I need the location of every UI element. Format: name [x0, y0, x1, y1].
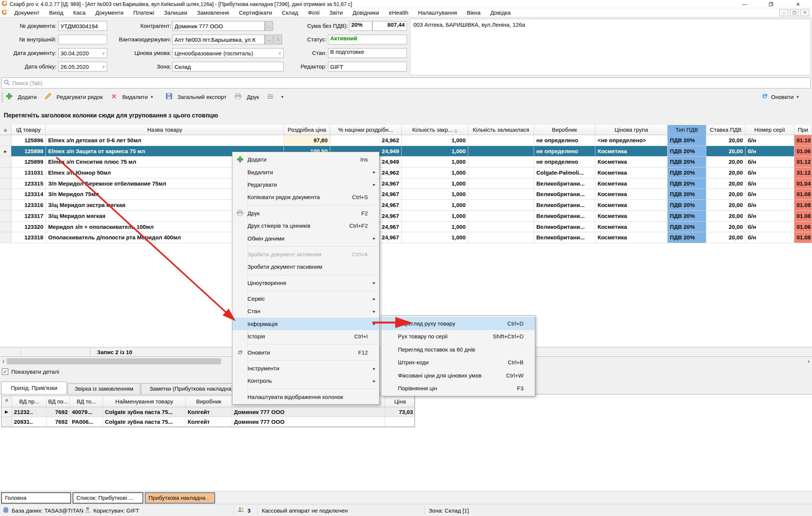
column-header-5[interactable]: Кількість залишилася	[468, 125, 534, 135]
grid-cell[interactable]	[468, 222, 534, 232]
grid-cell[interactable]: Великобритани...	[534, 178, 595, 189]
column-header-4[interactable]: Кількість закр...△	[402, 125, 468, 135]
grid-cell[interactable]: 20,00	[706, 157, 745, 167]
menubar-item-13[interactable]: Налаштування	[413, 8, 462, 17]
consignee-input[interactable]	[172, 35, 265, 44]
internal-number-input[interactable]	[58, 35, 107, 44]
grid-cell[interactable]: 20,00	[706, 189, 745, 199]
grid-cell[interactable]: б/н	[745, 157, 794, 167]
menubar-item-5[interactable]: Залишки	[159, 8, 192, 17]
detail-grid-cell[interactable]	[385, 417, 415, 426]
grid-cell[interactable]: 125898	[11, 146, 46, 157]
table-row-6[interactable]: 123316З/щ Меридол экстра мягкая24,9671,0…	[0, 200, 812, 211]
grid-cell[interactable]: 123318	[11, 232, 46, 243]
menu-item-1[interactable]: Видалити▸	[232, 166, 379, 178]
menu-item-17[interactable]: ІсторіяCtrl+I	[232, 330, 379, 342]
grid-cell[interactable]: 01.10	[794, 135, 812, 146]
restore-button[interactable]	[763, 0, 779, 8]
menu-item-3[interactable]: Штрих-кодиCtrl+B	[381, 356, 535, 369]
scroll-right-icon[interactable]: ›	[805, 358, 812, 365]
export-button[interactable]: Загальний експорт	[166, 93, 227, 100]
grid-cell[interactable]: б/н	[745, 222, 794, 232]
search-input[interactable]: Поиск (Tab)	[1, 78, 811, 88]
menu-item-24[interactable]: Налаштувати відображення колонок	[232, 391, 379, 403]
menu-item-21[interactable]: Інструменти▸	[232, 362, 379, 374]
grid-cell[interactable]: 01.08	[794, 232, 812, 243]
checkbox-checked-icon[interactable]: ✓	[2, 368, 8, 375]
menubar-item-7[interactable]: Сертифікати	[234, 8, 277, 17]
menu-item-14[interactable]: Сервіс▸	[232, 292, 379, 305]
detail-column-header-0[interactable]: ВД пр...	[12, 396, 47, 407]
menu-item-2[interactable]: Перегляд поставок за 60 днів	[381, 343, 535, 356]
column-header-9[interactable]: Ставка ПДВ	[706, 125, 745, 135]
grid-cell[interactable]	[468, 178, 534, 189]
grid-cell[interactable]: 1,000	[402, 232, 468, 243]
menu-item-3[interactable]: Копіювати рядок документаCtrl+S	[232, 191, 379, 203]
grid-cell[interactable]: б/н	[745, 167, 794, 178]
grid-cell[interactable]: б/н	[745, 232, 794, 243]
price-cond-select[interactable]: Ценообразование (госпиталь)∨	[172, 48, 284, 58]
menu-item-15[interactable]: Стан▸	[232, 305, 379, 317]
grid-cell[interactable]: 01.06	[794, 222, 812, 232]
grid-cell[interactable]: Elmex з/п детская от 0-6 лет 50мл	[46, 135, 284, 146]
detail-table-row-0[interactable]: ▶21232..769240079...Colgate зубна паста …	[2, 407, 414, 417]
menubar-item-12[interactable]: eHealth	[384, 8, 413, 17]
detail-grid-cell[interactable]: 7692	[47, 407, 70, 417]
grid-cell[interactable]: 125899	[11, 157, 46, 167]
grid-cell[interactable]: б/н	[745, 200, 794, 210]
grid-cell[interactable]: 20,00	[706, 200, 745, 210]
detail-column-header-4[interactable]: Виробник	[186, 396, 232, 407]
delete-button[interactable]: Видалити ▼	[111, 93, 154, 100]
grid-cell[interactable]: 20,00	[706, 211, 745, 221]
menu-item-5[interactable]: ДрукF2	[232, 207, 379, 219]
close-button[interactable]: ✕	[790, 0, 806, 8]
menubar-item-11[interactable]: Довідники	[348, 8, 384, 17]
grid-cell[interactable]: Косметика	[595, 189, 668, 199]
menubar-item-8[interactable]: Склад	[277, 8, 303, 17]
grid-cell[interactable]: Великобритани...	[534, 232, 595, 243]
menubar-item-9[interactable]: Філії	[303, 8, 325, 17]
menubar-item-4[interactable]: Платежі	[128, 8, 159, 17]
menu-item-0[interactable]: Перегляд руху товаруCtrl+D	[381, 317, 535, 330]
table-row-2[interactable]: 125899Elmex з/п Сенситив плюс 75 мл24,94…	[0, 157, 812, 167]
menu-item-10[interactable]: Зробити документ пасивним	[232, 260, 379, 273]
grid-cell[interactable]: 123316	[11, 200, 46, 210]
detail-grid-cell[interactable]: Колгейт	[186, 417, 232, 426]
grid-cell[interactable]: ПДВ 20%	[668, 135, 706, 146]
grid-cell[interactable]: 01.06	[794, 146, 812, 157]
detail-tab-2[interactable]: Заметки (Прибуткова накладна)	[141, 383, 242, 394]
detail-column-header-3[interactable]: Найменування товару	[103, 396, 186, 407]
grid-cell[interactable]: <не определено>	[595, 135, 668, 146]
menubar-item-1[interactable]: Вихід	[44, 8, 68, 17]
grid-cell[interactable]	[468, 200, 534, 210]
grid-cell[interactable]: 1,000	[402, 200, 468, 210]
show-details-toggle[interactable]: ✓ Показувати деталі	[2, 367, 59, 376]
mdi-minimize-button[interactable]: –	[779, 9, 788, 16]
window-tab-0[interactable]: Головна	[1, 492, 71, 504]
mdi-restore-button[interactable]	[790, 9, 799, 16]
grid-cell[interactable]: Косметика	[595, 232, 668, 243]
grid-cell[interactable]: ПДВ 20%	[668, 167, 706, 178]
menu-item-12[interactable]: Ціноутворення▸	[232, 277, 379, 289]
detail-grid-cell[interactable]: 40079...	[70, 407, 103, 417]
grid-cell[interactable]: Colgate-Palmoli...	[534, 167, 595, 178]
grid-cell[interactable]: 20,00	[706, 146, 745, 157]
menubar-item-10[interactable]: Звіти	[325, 8, 348, 17]
view-options-button[interactable]: ▼	[267, 94, 284, 100]
contractor-browse-button[interactable]: ...	[265, 21, 273, 31]
column-header-8[interactable]: Тип ПДВ	[668, 125, 706, 135]
grid-cell[interactable]: ПДВ 20%	[668, 157, 706, 167]
grid-cell[interactable]: 01.08	[794, 189, 812, 199]
window-tab-2[interactable]: Прибуткова накладна .	[145, 492, 215, 504]
grid-cell[interactable]: 20,00	[706, 222, 745, 232]
menubar-item-6[interactable]: Замовлення	[192, 8, 234, 17]
edit-row-button[interactable]: Редагувати рядок	[45, 93, 103, 100]
doc-date-picker[interactable]: 30.04.2020∨	[58, 48, 107, 58]
grid-cell[interactable]: Косметика	[595, 178, 668, 189]
column-header-6[interactable]: Виробник	[534, 125, 595, 135]
grid-cell[interactable]: 1,000	[402, 189, 468, 199]
table-row-7[interactable]: 123317З/щ Меридол мягкая24,9671,000Велик…	[0, 211, 812, 222]
menu-item-16[interactable]: Інформація▸	[232, 318, 379, 330]
grid-cell[interactable]: 123320	[11, 222, 46, 232]
minimize-button[interactable]: —	[736, 0, 753, 8]
